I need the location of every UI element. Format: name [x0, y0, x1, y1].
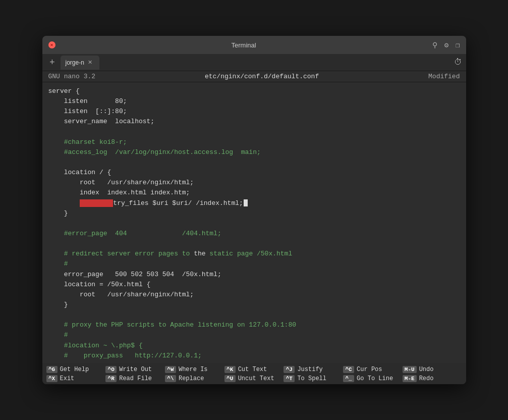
key-go-to-line: ^_: [343, 375, 354, 382]
editor-line: #access_log /var/log/nginx/host.access.l…: [48, 147, 460, 158]
footer-item-exit: ^X Exit: [46, 375, 106, 382]
key-read-file: ^R: [105, 375, 117, 382]
editor-line: server {: [48, 86, 460, 96]
editor-line: listen [::]:80;: [48, 107, 460, 117]
editor-area[interactable]: server { listen 80; listen [::]:80; serv…: [42, 82, 466, 363]
nano-version: GNU nano 3.2: [48, 73, 96, 80]
label-write-out: Write Out: [119, 366, 152, 373]
editor-line: index index.html index.htm;: [48, 188, 460, 198]
key-undo: M-U: [403, 366, 417, 373]
footer-item-go-to-line: ^_ Go To Line: [343, 375, 403, 382]
key-get-help: ^G: [46, 366, 58, 373]
editor-line: }: [48, 300, 460, 310]
key-replace: ^\: [165, 375, 176, 382]
label-get-help: Get Help: [60, 366, 89, 373]
nano-filename: etc/nginx/conf.d/default.conf: [205, 73, 319, 80]
label-go-to-line: Go To Line: [357, 375, 393, 382]
editor-line: [48, 219, 460, 229]
editor-line: [48, 239, 460, 249]
label-where-is: Where Is: [179, 366, 208, 373]
titlebar-icons: ⚲ ⚙ ❐: [432, 41, 460, 49]
new-tab-button[interactable]: +: [46, 57, 59, 69]
label-undo: Undo: [419, 366, 434, 373]
editor-line: root /usr/share/nginx/html;: [48, 290, 460, 300]
editor-line: #}: [48, 361, 460, 363]
editor-line: # redirect server error pages to the sta…: [48, 249, 460, 259]
editor-line: #charset koi8-r;: [48, 137, 460, 147]
label-uncut-text: Uncut Text: [238, 375, 274, 382]
titlebar-left: ✕: [48, 41, 55, 48]
footer-item-undo: M-U Undo: [403, 366, 462, 373]
titlebar: ✕ Terminal ⚲ ⚙ ❐: [42, 36, 466, 54]
key-uncut-text: ^U: [224, 375, 236, 382]
footer-item-cut-text: ^K Cut Text: [224, 366, 284, 373]
label-replace: Replace: [179, 375, 204, 382]
editor-line: location / {: [48, 168, 460, 178]
editor-line: #location ~ \.php$ {: [48, 341, 460, 351]
nano-header: GNU nano 3.2 etc/nginx/conf.d/default.co…: [42, 71, 466, 82]
tab-history-icon[interactable]: ⏱: [454, 58, 462, 67]
close-button[interactable]: ✕: [48, 41, 55, 48]
editor-line: #error_page 404 /404.html;: [48, 229, 460, 239]
key-exit: ^X: [46, 375, 58, 382]
label-redo: Redo: [419, 375, 434, 382]
try-files-highlight: [80, 199, 113, 207]
key-justify: ^J: [284, 366, 295, 373]
footer-row-2: ^X Exit ^R Read File ^\ Replace ^U Uncut…: [42, 374, 466, 383]
nano-footer: ^G Get Help ^O Write Out ^W Where Is ^K …: [42, 363, 466, 384]
label-cur-pos: Cur Pos: [357, 366, 382, 373]
tab-close-button[interactable]: ✕: [86, 59, 94, 67]
label-exit: Exit: [60, 375, 75, 382]
key-to-spell: ^T: [284, 375, 295, 382]
editor-line: root /usr/share/nginx/html;: [48, 178, 460, 188]
footer-item-uncut-text: ^U Uncut Text: [224, 375, 284, 382]
editor-line: location = /50x.html {: [48, 280, 460, 290]
window-title: Terminal: [232, 41, 256, 49]
terminal-window: ✕ Terminal ⚲ ⚙ ❐ + jorge-n ✕ ⏱ GNU nano …: [42, 36, 466, 384]
editor-line: server_name localhost;: [48, 117, 460, 127]
active-tab[interactable]: jorge-n ✕: [61, 56, 99, 70]
footer-item-to-spell: ^T To Spell: [284, 375, 343, 382]
editor-line: [48, 310, 460, 320]
label-justify: Justify: [297, 366, 322, 373]
label-read-file: Read File: [119, 375, 152, 382]
editor-line: }: [48, 208, 460, 219]
key-redo: M-E: [403, 375, 417, 382]
tabs-bar: + jorge-n ✕ ⏱: [42, 54, 466, 71]
maximize-icon[interactable]: ❐: [456, 41, 460, 49]
gear-icon[interactable]: ⚙: [444, 41, 448, 49]
key-write-out: ^O: [105, 366, 117, 373]
footer-item-get-help: ^G Get Help: [46, 366, 106, 373]
tab-label: jorge-n: [66, 59, 84, 66]
footer-item-justify: ^J Justify: [284, 366, 343, 373]
footer-row-1: ^G Get Help ^O Write Out ^W Where Is ^K …: [42, 365, 466, 374]
editor-line: #: [48, 259, 460, 269]
key-cur-pos: ^C: [343, 366, 354, 373]
editor-line: error_page 500 502 503 504 /50x.html;: [48, 270, 460, 280]
editor-line: # proxy the PHP scripts to Apache listen…: [48, 320, 460, 330]
label-cut-text: Cut Text: [238, 366, 267, 373]
footer-item-read-file: ^R Read File: [105, 375, 165, 382]
footer-item-where-is: ^W Where Is: [165, 366, 224, 373]
search-icon[interactable]: ⚲: [432, 41, 437, 49]
key-where-is: ^W: [165, 366, 176, 373]
label-to-spell: To Spell: [297, 375, 326, 382]
editor-line: [48, 127, 460, 137]
footer-item-replace: ^\ Replace: [165, 375, 224, 382]
nano-status: Modified: [428, 73, 460, 80]
key-cut-text: ^K: [224, 366, 236, 373]
footer-item-cur-pos: ^C Cur Pos: [343, 366, 403, 373]
editor-line: #: [48, 330, 460, 340]
footer-item-write-out: ^O Write Out: [105, 366, 165, 373]
editor-line: [48, 158, 460, 168]
footer-item-redo: M-E Redo: [403, 375, 462, 382]
editor-line: try_files $uri $uri/ /index.html;: [48, 198, 460, 208]
editor-line: # proxy_pass http://127.0.0.1;: [48, 351, 460, 361]
editor-line: listen 80;: [48, 96, 460, 107]
